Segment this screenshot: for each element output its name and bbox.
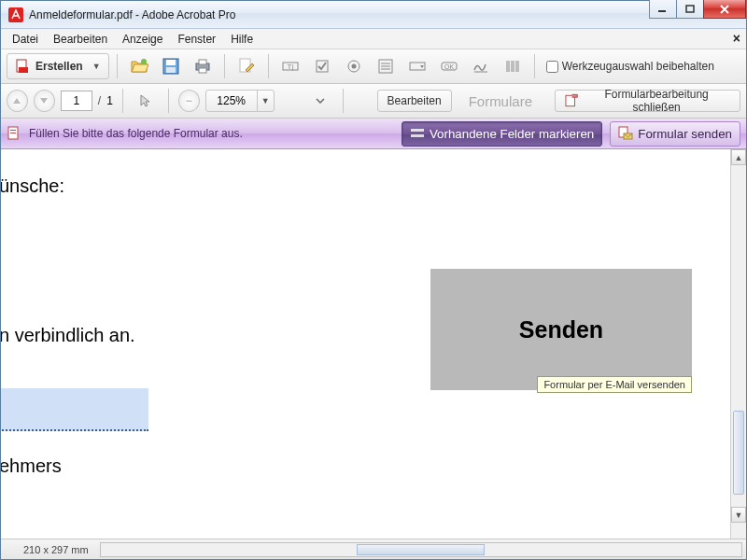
page-text: ehmers xyxy=(1,455,62,477)
svg-rect-1 xyxy=(658,10,666,12)
window-buttons xyxy=(649,0,746,19)
textfield-tool[interactable]: T| xyxy=(276,53,304,79)
page-number-input[interactable] xyxy=(61,91,92,111)
edit-button[interactable] xyxy=(233,53,261,79)
app-window: Anmeldeformular.pdf - Adobe Acrobat Pro … xyxy=(0,0,747,560)
barcode-tool[interactable] xyxy=(499,53,527,79)
page-down-button[interactable] xyxy=(34,90,55,112)
svg-rect-36 xyxy=(411,129,424,132)
open-button[interactable] xyxy=(125,53,153,79)
close-form-editing-button[interactable]: Formularbearbeitung schließen xyxy=(555,90,740,112)
tooltip: Formular per E-Mail versenden xyxy=(537,376,692,393)
page-dimensions: 210 x 297 mm xyxy=(16,544,96,555)
listbox-icon xyxy=(376,57,395,76)
page-text: ünsche: xyxy=(1,175,64,197)
status-bar: 210 x 297 mm xyxy=(1,539,746,559)
pdf-page: ünsche: n verbindlich an. ehmers Senden … xyxy=(1,149,746,530)
menu-hilfe[interactable]: Hilfe xyxy=(223,31,261,48)
create-pdf-icon xyxy=(15,59,30,74)
create-label: Erstellen xyxy=(35,60,83,73)
maximize-button[interactable] xyxy=(676,0,704,19)
keep-tool-input[interactable] xyxy=(546,61,558,73)
signature-tool[interactable] xyxy=(467,53,495,79)
printer-icon xyxy=(193,57,212,76)
svg-rect-35 xyxy=(10,133,16,133)
menu-anzeige[interactable]: Anzeige xyxy=(115,31,170,48)
separator xyxy=(224,54,225,78)
form-message: Füllen Sie bitte das folgende Formular a… xyxy=(7,126,394,141)
separator xyxy=(268,54,269,78)
checkbox-icon xyxy=(313,57,331,76)
create-button[interactable]: Erstellen ▼ xyxy=(7,53,109,79)
separator xyxy=(343,89,344,113)
radio-tool[interactable] xyxy=(340,53,368,79)
svg-rect-11 xyxy=(199,68,206,73)
separator xyxy=(117,54,118,78)
print-button[interactable] xyxy=(189,53,217,79)
page-up-button[interactable] xyxy=(7,90,28,112)
zoom-out-button[interactable]: − xyxy=(178,90,200,112)
checkbox-tool[interactable] xyxy=(308,53,336,79)
hscroll-thumb[interactable] xyxy=(357,544,485,555)
window-title: Anmeldeformular.pdf - Adobe Acrobat Pro xyxy=(29,8,746,21)
menu-bearbeiten[interactable]: Bearbeiten xyxy=(46,31,115,48)
horizontal-scrollbar[interactable] xyxy=(100,542,742,557)
page-total: 1 xyxy=(106,94,113,107)
svg-rect-34 xyxy=(10,130,16,131)
zoom-control: ▼ xyxy=(205,90,275,112)
keep-tool-checkbox[interactable]: Werkzeugauswahl beibehalten xyxy=(546,60,714,73)
document-view[interactable]: ünsche: n verbindlich an. ehmers Senden … xyxy=(1,149,746,539)
toolbar-main: Erstellen ▼ T| OK Werkzeugauswahl beibeh… xyxy=(1,49,746,84)
svg-text:T|: T| xyxy=(287,63,293,71)
svg-rect-4 xyxy=(19,67,28,73)
keep-tool-label: Werkzeugauswahl beibehalten xyxy=(562,60,714,73)
edit-mode-label: Bearbeiten xyxy=(388,94,442,107)
menu-fenster[interactable]: Fenster xyxy=(170,31,223,48)
menu-datei[interactable]: Datei xyxy=(5,31,46,48)
floppy-icon xyxy=(162,57,180,76)
forms-label: Formulare xyxy=(458,90,543,112)
listbox-tool[interactable] xyxy=(372,53,400,79)
acrobat-icon xyxy=(8,7,23,22)
select-tool[interactable] xyxy=(133,88,159,114)
form-close-icon xyxy=(565,93,579,108)
send-form-button[interactable]: Formular senden xyxy=(610,121,740,147)
edit-doc-icon xyxy=(237,57,256,76)
zoom-menu-button[interactable] xyxy=(307,88,333,114)
dropdown-tool[interactable] xyxy=(403,53,431,79)
scroll-down-button[interactable]: ▼ xyxy=(731,507,746,523)
scroll-thumb[interactable] xyxy=(733,411,744,495)
svg-rect-7 xyxy=(166,60,176,65)
menubar-close-icon[interactable]: × xyxy=(733,31,740,46)
highlight-icon xyxy=(410,126,425,141)
svg-point-5 xyxy=(141,59,147,64)
page-separator: / xyxy=(98,94,101,107)
page-text: n verbindlich an. xyxy=(1,325,135,346)
svg-rect-37 xyxy=(411,134,424,137)
svg-text:OK: OK xyxy=(444,63,454,70)
form-field[interactable] xyxy=(1,388,148,431)
close-form-editing-label: Formularbearbeitung schließen xyxy=(583,88,730,114)
vertical-scrollbar[interactable]: ▲ ▼ xyxy=(730,149,746,539)
highlight-fields-label: Vorhandene Felder markieren xyxy=(430,127,594,141)
pdf-send-button[interactable]: Senden xyxy=(430,269,692,390)
edit-mode-button[interactable]: Bearbeiten xyxy=(377,90,452,112)
textfield-icon: T| xyxy=(281,57,300,76)
minimize-button[interactable] xyxy=(649,0,677,19)
button-tool[interactable]: OK xyxy=(435,53,463,79)
form-message-bar: Füllen Sie bitte das folgende Formular a… xyxy=(1,119,746,149)
menu-bar: Datei Bearbeiten Anzeige Fenster Hilfe × xyxy=(1,29,746,49)
radio-icon xyxy=(345,57,363,76)
form-message-text: Füllen Sie bitte das folgende Formular a… xyxy=(29,127,243,140)
send-form-label: Formular senden xyxy=(638,127,732,141)
zoom-input[interactable] xyxy=(206,91,257,111)
close-button[interactable] xyxy=(703,0,746,19)
svg-rect-8 xyxy=(166,67,176,73)
form-icon xyxy=(7,126,21,141)
separator xyxy=(122,89,123,113)
scroll-up-button[interactable]: ▲ xyxy=(731,149,746,165)
arrow-down-icon xyxy=(39,96,49,105)
save-button[interactable] xyxy=(157,53,185,79)
zoom-dropdown[interactable]: ▼ xyxy=(257,91,274,111)
highlight-fields-button[interactable]: Vorhandene Felder markieren xyxy=(402,121,602,147)
